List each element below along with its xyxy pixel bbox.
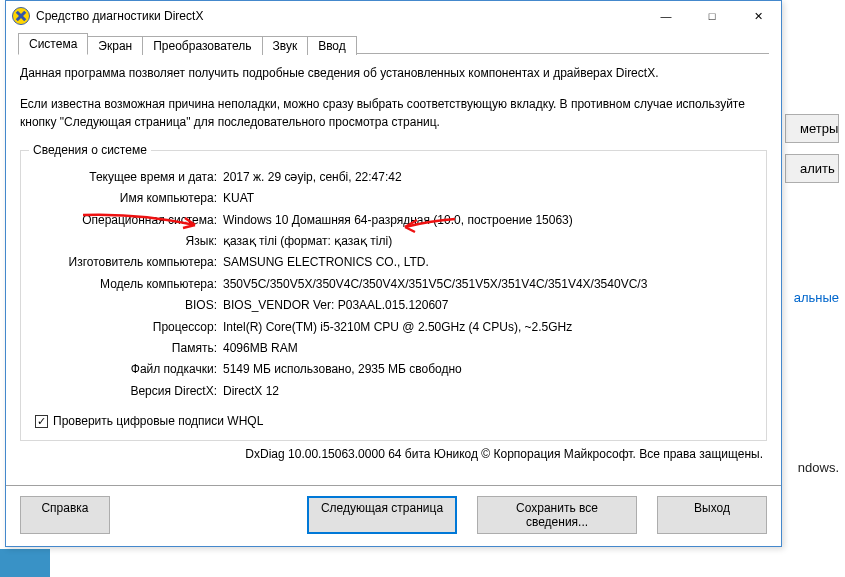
separator xyxy=(6,485,781,486)
row-mem: Память: 4096MB RAM xyxy=(35,340,752,357)
row-swap: Файл подкачки: 5149 МБ использовано, 293… xyxy=(35,361,752,378)
bg-windows-text: ndows. xyxy=(798,460,839,475)
label-os: Операционная система: xyxy=(35,212,223,229)
next-page-button[interactable]: Следующая страница xyxy=(307,496,457,534)
tab-bar: Система Экран Преобразователь Звук Ввод xyxy=(6,31,781,54)
tab-system[interactable]: Система xyxy=(18,33,88,55)
dxdiag-icon xyxy=(12,7,30,25)
label-cpu: Процессор: xyxy=(35,319,223,336)
tab-render[interactable]: Преобразователь xyxy=(142,36,262,55)
row-maker: Изготовитель компьютера: SAMSUNG ELECTRO… xyxy=(35,254,752,271)
row-lang: Язык: қазақ тілі (формат: қазақ тілі) xyxy=(35,233,752,250)
save-all-button[interactable]: Сохранить все сведения... xyxy=(477,496,637,534)
bg-link-text[interactable]: альные xyxy=(794,290,839,305)
bg-blue-stripe xyxy=(0,549,50,577)
label-model: Модель компьютера: xyxy=(35,276,223,293)
group-title: Сведения о системе xyxy=(29,143,151,157)
dialog-body: Данная программа позволяет получить подр… xyxy=(6,54,781,477)
value-cpu: Intel(R) Core(TM) i5-3210M CPU @ 2.50GHz… xyxy=(223,319,752,336)
whql-row: ✓ Проверить цифровые подписи WHQL xyxy=(35,414,752,428)
row-datetime: Текущее время и дата: 2017 ж. 29 сәуір, … xyxy=(35,169,752,186)
label-swap: Файл подкачки: xyxy=(35,361,223,378)
minimize-button[interactable]: — xyxy=(643,1,689,31)
whql-checkbox[interactable]: ✓ xyxy=(35,415,48,428)
value-swap: 5149 МБ использовано, 2935 МБ свободно xyxy=(223,361,752,378)
exit-button[interactable]: Выход xyxy=(657,496,767,534)
value-lang: қазақ тілі (формат: қазақ тілі) xyxy=(223,233,752,250)
value-bios: BIOS_VENDOR Ver: P03AAL.015.120607 xyxy=(223,297,752,314)
system-info-group: Сведения о системе Текущее время и дата:… xyxy=(20,150,767,441)
label-bios: BIOS: xyxy=(35,297,223,314)
window-title: Средство диагностики DirectX xyxy=(36,9,203,23)
description-2: Если известна возможная причина неполадк… xyxy=(20,95,767,132)
bg-params-button[interactable]: метры xyxy=(785,114,839,143)
row-cpu: Процессор: Intel(R) Core(TM) i5-3210M CP… xyxy=(35,319,752,336)
spacer xyxy=(130,496,287,534)
button-row: Справка Следующая страница Сохранить все… xyxy=(6,496,781,546)
whql-label: Проверить цифровые подписи WHQL xyxy=(53,414,263,428)
tab-sound[interactable]: Звук xyxy=(262,36,309,55)
description-1: Данная программа позволяет получить подр… xyxy=(20,64,767,83)
label-dxver: Версия DirectX: xyxy=(35,383,223,400)
value-model: 350V5C/350V5X/350V4C/350V4X/351V5C/351V5… xyxy=(223,276,752,293)
label-datetime: Текущее время и дата: xyxy=(35,169,223,186)
row-os: Операционная система: Windows 10 Домашня… xyxy=(35,212,752,229)
row-bios: BIOS: BIOS_VENDOR Ver: P03AAL.015.120607 xyxy=(35,297,752,314)
row-dxver: Версия DirectX: DirectX 12 xyxy=(35,383,752,400)
value-maker: SAMSUNG ELECTRONICS CO., LTD. xyxy=(223,254,752,271)
maximize-button[interactable]: □ xyxy=(689,1,735,31)
value-os: Windows 10 Домашняя 64-разрядная (10.0, … xyxy=(223,212,752,229)
label-mem: Память: xyxy=(35,340,223,357)
row-hostname: Имя компьютера: KUAT xyxy=(35,190,752,207)
row-model: Модель компьютера: 350V5C/350V5X/350V4C/… xyxy=(35,276,752,293)
copyright-footer: DxDiag 10.00.15063.0000 64 бита Юникод ©… xyxy=(20,447,767,461)
bg-delete-button[interactable]: алить xyxy=(785,154,839,183)
dxdiag-window: Средство диагностики DirectX — □ ✕ Систе… xyxy=(5,0,782,547)
value-datetime: 2017 ж. 29 сәуір, сенбі, 22:47:42 xyxy=(223,169,752,186)
label-lang: Язык: xyxy=(35,233,223,250)
tab-display[interactable]: Экран xyxy=(87,36,143,55)
titlebar: Средство диагностики DirectX — □ ✕ xyxy=(6,1,781,31)
help-button[interactable]: Справка xyxy=(20,496,110,534)
value-hostname: KUAT xyxy=(223,190,752,207)
value-dxver: DirectX 12 xyxy=(223,383,752,400)
window-controls: — □ ✕ xyxy=(643,1,781,31)
label-maker: Изготовитель компьютера: xyxy=(35,254,223,271)
value-mem: 4096MB RAM xyxy=(223,340,752,357)
tab-input[interactable]: Ввод xyxy=(307,36,357,55)
close-button[interactable]: ✕ xyxy=(735,1,781,31)
label-hostname: Имя компьютера: xyxy=(35,190,223,207)
